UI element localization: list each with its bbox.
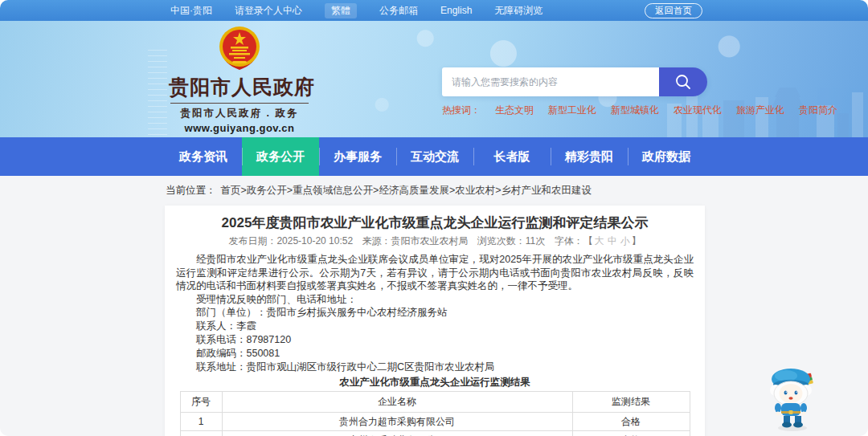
cell-company: 贵州友禾种业有限公司 xyxy=(222,431,572,436)
search-icon xyxy=(674,73,692,91)
nav-item-gov-disclosure[interactable]: 政务公开 xyxy=(242,137,319,176)
contact-address: 联系地址：贵阳市观山湖区市级行政中心二期C区贵阳市农业农村局 xyxy=(176,361,694,374)
hot-search-label: 热搜词： xyxy=(442,104,481,117)
breadcrumb-path[interactable]: 首页>政务公开>重点领域信息公开>经济高质量发展>农业农村>乡村产业和农田建设 xyxy=(221,184,592,198)
contact-person: 联系人：李霞 xyxy=(176,320,694,333)
nav-item-interaction[interactable]: 互动交流 xyxy=(396,137,473,176)
national-emblem-icon xyxy=(218,26,261,72)
article-card: 2025年度贵阳市农业产业化市级重点龙头企业运行监测和评定结果公示 发布日期：2… xyxy=(165,206,705,436)
contact-phone: 联系电话：87987120 xyxy=(176,333,694,347)
hot-word-ecology[interactable]: 生态文明 xyxy=(495,104,534,117)
logo-divider xyxy=(170,103,309,104)
topbar-links: 中国·贵阳 请登录个人中心 繁體 公务邮箱 English 无障碍浏览 xyxy=(170,3,542,18)
header-cell-no: 序号 xyxy=(180,392,222,413)
nav-item-wonderful-guiyang[interactable]: 精彩贵阳 xyxy=(551,137,628,176)
cell-no: 1 xyxy=(180,413,222,431)
font-size-large[interactable]: 大 xyxy=(595,235,604,247)
return-home-button[interactable]: 返回首页 xyxy=(645,3,702,18)
publish-date: 发布日期：2025-10-20 10:52 xyxy=(228,235,353,247)
article-title: 2025年度贵阳市农业产业化市级重点龙头企业运行监测和评定结果公示 xyxy=(176,215,694,231)
monitoring-result-table: 序号 企业名称 监测结果 1 贵州合力超市采购有限公司 合格 2 贵州友禾种业有… xyxy=(180,391,690,436)
article-paragraph: 经贵阳市农业产业化市级重点龙头企业联席会议成员单位审定，现对2025年开展的农业… xyxy=(176,253,694,293)
breadcrumb-label: 当前位置： xyxy=(166,184,216,198)
article-meta: 发布日期：2025-10-20 10:52 来源：贵阳市农业农村局 浏览次数：1… xyxy=(176,234,694,248)
nav-item-news[interactable]: 政务资讯 xyxy=(165,137,242,176)
cell-no: 2 xyxy=(180,431,222,436)
header-cell-result: 监测结果 xyxy=(572,392,690,413)
hot-word-urbanization[interactable]: 新型城镇化 xyxy=(611,104,659,117)
cell-company: 贵州合力超市采购有限公司 xyxy=(222,413,572,431)
hot-word-new-industry[interactable]: 新型工业化 xyxy=(548,104,596,117)
font-size-label-end: 】 xyxy=(632,235,641,247)
table-header-row: 序号 企业名称 监测结果 xyxy=(180,392,690,413)
top-utility-bar: 中国·贵阳 请登录个人中心 繁體 公务邮箱 English 无障碍浏览 返回首页 xyxy=(0,0,868,21)
nav-item-gov-data[interactable]: 政府数据 xyxy=(628,137,705,176)
topbar-link-accessibility[interactable]: 无障碍浏览 xyxy=(494,4,542,18)
hot-word-tourism[interactable]: 旅游产业化 xyxy=(736,104,784,117)
cell-result: 合格 xyxy=(572,431,690,436)
cell-result: 合格 xyxy=(572,413,690,431)
header-cell-company: 企业名称 xyxy=(222,392,572,413)
hot-word-guiyang-intro[interactable]: 贵阳简介 xyxy=(799,104,837,117)
browser-window: 中国·贵阳 请登录个人中心 繁體 公务邮箱 English 无障碍浏览 返回首页 xyxy=(0,0,868,436)
banner-line-decoration xyxy=(148,50,167,137)
article-source: 来源：贵阳市农业农村局 xyxy=(362,235,468,247)
main-nav: 政务资讯 政务公开 办事服务 互动交流 长者版 精彩贵阳 政府数据 xyxy=(0,137,868,176)
site-logo-block[interactable]: 贵阳市人民政府 贵阳市人民政府 . 政务 www.guiyang.gov.cn xyxy=(169,26,310,134)
search-input[interactable] xyxy=(442,67,659,96)
mascot-assistant-icon[interactable] xyxy=(762,363,823,432)
table-row: 2 贵州友禾种业有限公司 合格 xyxy=(180,431,690,436)
topbar-link-official-mail[interactable]: 公务邮箱 xyxy=(379,4,418,18)
hot-word-agriculture[interactable]: 农业现代化 xyxy=(674,104,722,117)
search-area: 热搜词： 生态文明 新型工业化 新型城镇化 农业现代化 旅游产业化 贵阳简介 xyxy=(442,67,707,117)
topbar-link-china-guiyang[interactable]: 中国·贵阳 xyxy=(170,4,212,18)
site-subtitle: 贵阳市人民政府 . 政务 xyxy=(169,107,310,120)
search-box xyxy=(442,67,707,96)
contact-postcode: 邮政编码：550081 xyxy=(176,347,694,361)
nav-item-senior-version[interactable]: 长者版 xyxy=(473,137,551,176)
site-url: www.guiyang.gov.cn xyxy=(169,122,310,134)
breadcrumb: 当前位置： 首页>政务公开>重点领域信息公开>经济高质量发展>农业农村>乡村产业… xyxy=(0,176,868,206)
nav-item-services[interactable]: 办事服务 xyxy=(319,137,396,176)
view-count: 浏览次数：11次 xyxy=(477,235,545,247)
banner-bokeh-decoration xyxy=(0,21,868,137)
table-caption: 农业产业化市级重点龙头企业运行监测结果 xyxy=(176,376,694,389)
topbar-link-traditional-chinese[interactable]: 繁體 xyxy=(325,3,357,18)
font-size-label: 字体：【 xyxy=(555,235,593,247)
topbar-link-login-personal-center[interactable]: 请登录个人中心 xyxy=(235,4,302,18)
article-paragraph: 受理情况反映的部门、电话和地址： xyxy=(176,293,694,307)
topbar-link-english[interactable]: English xyxy=(440,5,472,16)
contact-department: 部门（单位）：贵阳市乡村振兴服务中心农村经济服务站 xyxy=(176,306,694,320)
font-size-medium[interactable]: 中 xyxy=(608,235,617,247)
font-size-small[interactable]: 小 xyxy=(620,235,630,247)
hot-search-row: 热搜词： 生态文明 新型工业化 新型城镇化 农业现代化 旅游产业化 贵阳简介 xyxy=(442,104,707,117)
header-banner: 贵阳市人民政府 贵阳市人民政府 . 政务 www.guiyang.gov.cn … xyxy=(0,21,868,137)
table-row: 1 贵州合力超市采购有限公司 合格 xyxy=(180,413,690,431)
site-name: 贵阳市人民政府 xyxy=(169,74,310,100)
search-button[interactable] xyxy=(659,67,707,96)
